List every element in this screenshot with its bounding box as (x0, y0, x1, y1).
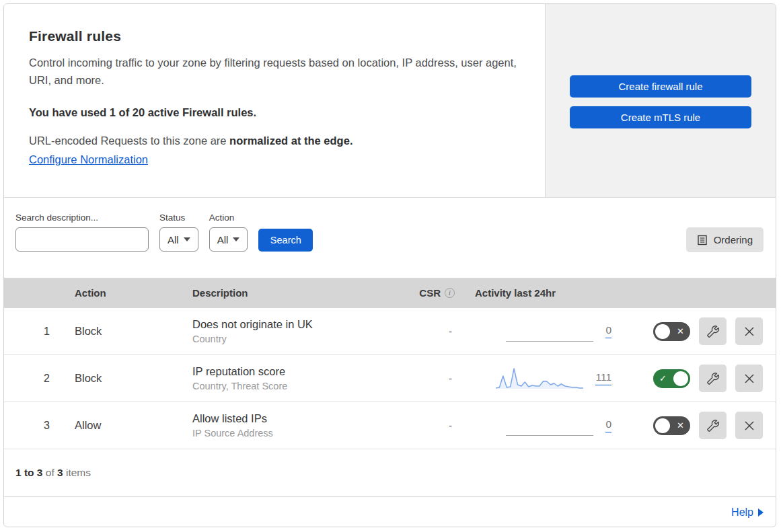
filter-bar: Search description... Status All Action … (4, 198, 776, 278)
rule-priority: 1 (4, 326, 75, 338)
range-text: 1 to 3 (15, 467, 42, 479)
activity-count-link[interactable]: 0 (605, 324, 611, 338)
help-link[interactable]: Help (731, 506, 764, 519)
header-section: Firewall rules Control incoming traffic … (4, 4, 776, 198)
edit-rule-button[interactable] (699, 365, 727, 392)
rule-description-cell: Allow listed IPsIP Source Address (192, 412, 408, 439)
rule-activity-cell: 0 (461, 414, 611, 437)
toggle-knob (655, 418, 670, 433)
page-title: Firewall rules (29, 28, 518, 44)
status-label: Status (159, 213, 198, 223)
table-header: Action Description CSR i Activity last 2… (4, 278, 776, 308)
delete-rule-button[interactable] (735, 317, 763, 345)
activity-sparkline (506, 320, 593, 343)
help-link-label: Help (731, 506, 753, 519)
rule-description: Does not originate in UK (192, 318, 408, 331)
rule-csr-value: - (408, 373, 461, 384)
search-button[interactable]: Search (258, 229, 313, 252)
usage-summary: You have used 1 of 20 active Firewall ru… (29, 106, 518, 119)
rule-action: Block (75, 325, 192, 338)
rule-controls: ✕ (611, 412, 776, 439)
of-text: of (42, 467, 57, 479)
chevron-down-icon (233, 237, 239, 241)
wrench-icon (707, 420, 719, 432)
page-description: Control incoming traffic to your zone by… (29, 54, 517, 89)
close-icon (743, 326, 755, 338)
x-icon: ✕ (677, 322, 684, 341)
rule-activity-cell: 111 (461, 367, 611, 390)
csr-column-header: CSR i (408, 287, 461, 299)
rule-description: IP reputation score (192, 365, 408, 378)
search-filter-group: Search description... (15, 213, 149, 252)
ordering-button-label: Ordering (714, 234, 753, 245)
configure-normalization-link[interactable]: Configure Normalization (29, 153, 148, 166)
table-body: 1BlockDoes not originate in UKCountry-0✕… (4, 308, 776, 449)
rule-enabled-toggle[interactable]: ✕ (653, 416, 690, 435)
normalization-note-bold: normalized at the edge. (229, 135, 352, 147)
rule-action: Block (75, 372, 192, 385)
rule-description-cell: Does not originate in UKCountry (192, 318, 408, 344)
table-row: 2BlockIP reputation scoreCountry, Threat… (4, 355, 776, 402)
table-row: 1BlockDoes not originate in UKCountry-0✕ (4, 308, 776, 355)
close-icon (743, 373, 755, 385)
rule-activity-cell: 0 (461, 320, 611, 343)
rule-priority: 3 (4, 420, 75, 432)
rule-fields: Country (192, 334, 408, 344)
activity-sparkline (496, 367, 583, 390)
edit-rule-button[interactable] (699, 412, 727, 439)
rule-description: Allow listed IPs (192, 412, 408, 425)
toggle-knob (655, 324, 670, 339)
delete-rule-button[interactable] (735, 412, 763, 439)
rule-csr-value: - (408, 326, 461, 337)
ordering-button[interactable]: Ordering (686, 227, 764, 252)
action-select-value: All (217, 234, 229, 245)
info-icon[interactable]: i (445, 288, 455, 298)
rule-csr-value: - (408, 420, 461, 431)
rule-enabled-toggle[interactable]: ✓ (653, 369, 690, 388)
toggle-knob (673, 371, 688, 386)
action-column-header: Action (75, 287, 192, 299)
rule-fields: Country, Threat Score (192, 381, 408, 391)
header-text-panel: Firewall rules Control incoming traffic … (4, 4, 545, 197)
table-row: 3AllowAllow listed IPsIP Source Address-… (4, 402, 776, 449)
delete-rule-button[interactable] (735, 365, 763, 392)
status-select[interactable]: All (159, 227, 198, 252)
create-mtls-rule-button[interactable]: Create mTLS rule (570, 106, 751, 128)
rule-description-cell: IP reputation scoreCountry, Threat Score (192, 365, 408, 391)
action-select[interactable]: All (209, 227, 248, 252)
activity-count-link[interactable]: 0 (605, 418, 611, 432)
total-text: 3 (57, 467, 63, 479)
status-select-value: All (168, 234, 179, 245)
items-text: items (63, 467, 91, 479)
x-icon: ✕ (677, 416, 684, 435)
search-label: Search description... (15, 213, 149, 223)
rule-priority: 2 (4, 373, 75, 385)
create-firewall-rule-button[interactable]: Create firewall rule (570, 75, 751, 98)
wrench-icon (707, 373, 719, 385)
activity-sparkline (506, 414, 593, 437)
search-input[interactable] (28, 228, 162, 251)
help-bar: Help (4, 497, 776, 527)
search-field (15, 227, 149, 252)
firewall-rules-card: Firewall rules Control incoming traffic … (3, 3, 776, 527)
rule-controls: ✓ (611, 365, 776, 392)
description-column-header: Description (192, 287, 408, 299)
pagination-summary: 1 to 3 of 3 items (4, 449, 776, 497)
header-actions-panel: Create firewall rule Create mTLS rule (545, 4, 776, 197)
action-filter-group: Action All (209, 213, 248, 252)
wrench-icon (707, 326, 719, 338)
normalization-note-text: URL-encoded Requests to this zone are (29, 135, 229, 147)
normalization-note: URL-encoded Requests to this zone are no… (29, 135, 518, 147)
chevron-down-icon (184, 237, 190, 241)
activity-column-header: Activity last 24hr (461, 287, 611, 299)
rule-controls: ✕ (611, 317, 776, 345)
rule-action: Allow (75, 419, 192, 432)
action-label: Action (209, 213, 248, 223)
rule-enabled-toggle[interactable]: ✕ (653, 322, 690, 341)
status-filter-group: Status All (159, 213, 198, 252)
check-icon: ✓ (659, 369, 667, 388)
edit-rule-button[interactable] (699, 317, 727, 345)
activity-count-link[interactable]: 111 (595, 371, 611, 385)
csr-column-label: CSR (419, 287, 441, 299)
list-document-icon (697, 235, 708, 245)
